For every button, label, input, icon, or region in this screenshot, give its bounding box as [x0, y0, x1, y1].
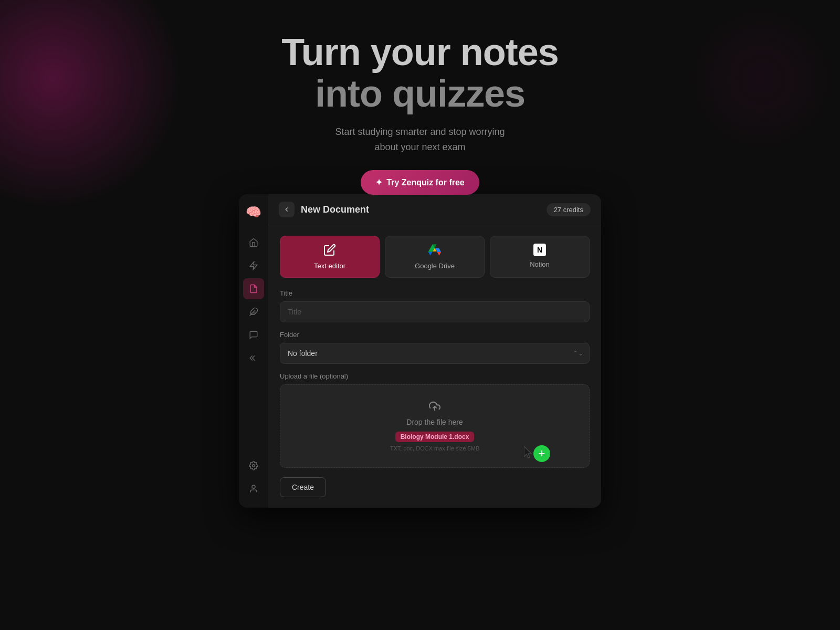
upload-cloud-icon	[429, 401, 440, 415]
upload-section: Upload a file (optional) Drop the file h…	[280, 372, 590, 468]
credits-badge: 27 credits	[547, 203, 591, 216]
sidebar-item-home[interactable]	[243, 232, 264, 253]
form-area: Text editor Google Drive	[268, 225, 601, 508]
drag-cursor-overlay: +	[524, 443, 552, 460]
hero-subtitle-line2: about your next exam	[374, 140, 465, 154]
upload-dropzone[interactable]: Drop the file here Biology Module 1.docx…	[280, 384, 590, 468]
folder-label: Folder	[280, 331, 590, 339]
folder-select[interactable]: No folder	[280, 343, 590, 364]
header: New Document 27 credits	[268, 194, 601, 225]
profile-icon	[249, 484, 258, 494]
create-button[interactable]: Create	[280, 477, 326, 497]
title-label: Title	[280, 289, 590, 297]
hero-title-line2: into quizzes	[315, 73, 525, 114]
hero-section: Turn your notes into quizzes Start study…	[0, 32, 840, 195]
page-title: New Document	[301, 204, 547, 215]
hero-subtitle-line1: Start studying smarter and stop worrying	[335, 125, 505, 139]
tab-google-drive[interactable]: Google Drive	[385, 236, 485, 278]
tab-text-editor-label: Text editor	[314, 262, 345, 270]
title-input[interactable]	[280, 301, 590, 322]
upload-subtitle: TXT, doc, DOCX max file size 5MB	[390, 445, 480, 452]
cta-label: Try Zenquiz for free	[386, 178, 464, 187]
tab-notion-label: Notion	[530, 260, 550, 268]
title-field-group: Title	[280, 289, 590, 331]
sidebar-item-collapse[interactable]	[243, 348, 264, 369]
sidebar-item-chat[interactable]	[243, 324, 264, 345]
sidebar-item-puzzle[interactable]	[243, 301, 264, 322]
app-window: 🧠	[239, 194, 601, 508]
cta-button[interactable]: ✦ Try Zenquiz for free	[361, 170, 479, 195]
svg-marker-0	[250, 262, 257, 270]
sidebar-item-lightning[interactable]	[243, 255, 264, 276]
drag-plus-icon: +	[533, 445, 550, 462]
tab-notion[interactable]: N Notion	[490, 236, 590, 278]
document-icon	[249, 284, 258, 293]
sidebar: 🧠	[239, 194, 268, 508]
puzzle-icon	[249, 307, 258, 317]
notion-icon: N	[533, 244, 546, 256]
google-drive-icon	[428, 244, 441, 258]
upload-drop-text: Drop the file here	[406, 418, 463, 426]
chat-icon	[249, 330, 258, 340]
collapse-icon	[249, 353, 258, 363]
back-button[interactable]	[279, 202, 295, 217]
create-button-label: Create	[292, 483, 314, 491]
folder-select-wrapper: No folder ⌃⌄	[280, 343, 590, 364]
svg-marker-6	[524, 446, 531, 458]
tab-google-drive-label: Google Drive	[415, 262, 455, 270]
brain-icon: 🧠	[246, 205, 261, 219]
lightning-icon	[249, 261, 258, 270]
source-tabs: Text editor Google Drive	[280, 236, 590, 278]
sidebar-item-profile[interactable]	[243, 478, 264, 499]
svg-point-4	[252, 485, 255, 488]
sidebar-logo: 🧠	[244, 203, 263, 222]
upload-file-tag: Biology Module 1.docx	[395, 432, 475, 442]
folder-field-group: Folder No folder ⌃⌄	[280, 331, 590, 364]
svg-point-3	[253, 465, 255, 467]
back-arrow-icon	[283, 206, 290, 213]
settings-icon	[249, 461, 258, 470]
home-icon	[249, 238, 258, 247]
hero-title-line1: Turn your notes	[281, 32, 559, 73]
sidebar-item-settings[interactable]	[243, 455, 264, 476]
cta-icon: ✦	[375, 177, 382, 187]
upload-label: Upload a file (optional)	[280, 372, 590, 380]
tab-text-editor[interactable]: Text editor	[280, 236, 380, 278]
sidebar-item-document[interactable]	[243, 278, 264, 299]
mouse-cursor-icon	[524, 446, 536, 460]
main-content: New Document 27 credits Text editor	[268, 194, 601, 508]
text-editor-icon	[323, 244, 336, 258]
